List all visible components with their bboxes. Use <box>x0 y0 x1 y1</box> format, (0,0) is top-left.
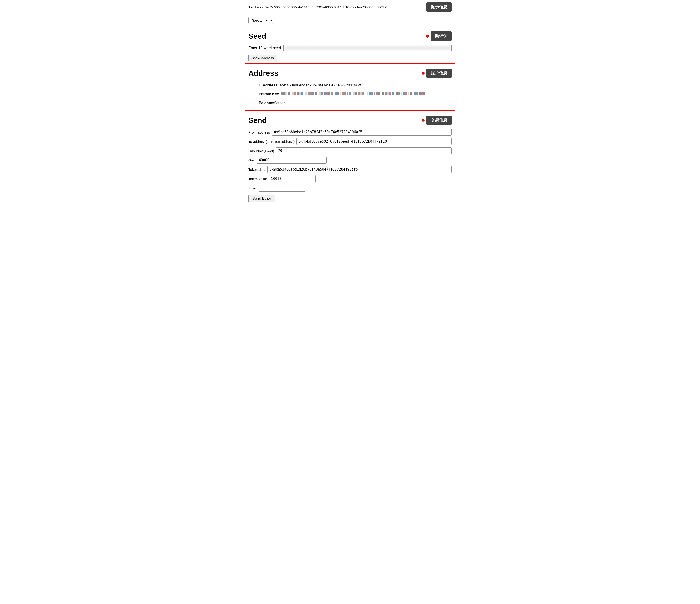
token-value-input[interactable] <box>269 175 316 182</box>
pk-pixel <box>353 92 355 95</box>
pk-pixel <box>331 92 332 95</box>
pk-pixel <box>367 92 368 95</box>
send-title: Send <box>248 116 267 125</box>
pk-pixel <box>371 92 373 95</box>
address-value: 0x9ca53a80ebd1d28b78f43a50e74e527284196a… <box>279 83 364 87</box>
send-red-dot <box>422 119 425 122</box>
gas-input[interactable] <box>257 157 327 163</box>
seed-section-header: Seed 助记词 <box>248 31 452 41</box>
tooltip-badge: 提示信息 <box>426 2 452 11</box>
balance-label: Balance: <box>259 101 274 105</box>
seed-input[interactable] <box>283 45 452 51</box>
seed-section: Seed 助记词 Enter 12-word seed Show Address <box>245 27 455 64</box>
pk-pixel <box>308 92 310 95</box>
send-section-header: Send 交易信息 <box>248 116 452 125</box>
pk-pixel <box>283 92 285 95</box>
seed-input-row: Enter 12-word seed <box>248 45 452 51</box>
token-data-input[interactable] <box>267 166 452 173</box>
pk-pixel <box>405 92 407 95</box>
pk-pixel <box>285 92 287 95</box>
pk-pixel <box>387 92 389 95</box>
pk-pixel <box>362 92 364 95</box>
pk-pixel <box>378 92 380 95</box>
pk-pixel <box>305 92 307 95</box>
from-address-row: From address <box>248 129 452 135</box>
pk-pixel <box>321 92 323 95</box>
pk-pixel <box>335 92 337 95</box>
balance-line: Balance:0ether <box>259 99 452 107</box>
balance-value: 0ether <box>274 101 285 105</box>
pk-pixel <box>312 92 314 95</box>
token-value-label: Token value <box>248 177 267 181</box>
seed-title: Seed <box>248 32 266 41</box>
to-address-label: To address(or Token address) <box>248 140 295 144</box>
pk-pixel <box>419 92 421 95</box>
pk-pixel <box>396 92 398 95</box>
token-data-row: Token data <box>248 166 452 173</box>
address-section-header: Address 账户信息 <box>248 69 452 78</box>
pk-pixel <box>301 92 303 95</box>
to-address-row: To address(or Token address) <box>248 138 452 145</box>
address-red-dot <box>422 72 425 75</box>
network-row: Ropsten ▾ <box>245 14 455 27</box>
from-address-input[interactable] <box>272 129 452 135</box>
pk-pixel <box>374 92 375 95</box>
address-item: 1. Address:0x9ca53a80ebd1d28b78f43a50e74… <box>253 81 452 107</box>
gas-price-row: Gas Price(Gwei) <box>248 147 452 154</box>
pk-pixel <box>281 92 283 95</box>
pk-pixel <box>417 92 418 95</box>
pk-pixel <box>401 92 402 95</box>
from-address-label: From address <box>248 130 270 134</box>
txn-hash: Txn hash: 0xc2c906fd6606388cda1918a0c590… <box>248 5 424 9</box>
seed-input-label: Enter 12-word seed <box>248 46 281 50</box>
send-badge: 交易信息 <box>426 116 452 125</box>
pk-pixel <box>376 92 378 95</box>
address-number-line: 1. Address:0x9ca53a80ebd1d28b78f43a50e74… <box>259 81 452 89</box>
gas-price-input[interactable] <box>276 147 452 154</box>
pk-pixel <box>382 92 384 95</box>
pk-pixel <box>410 92 412 95</box>
private-key-line: Private Key. <box>259 91 452 98</box>
token-data-label: Token data <box>248 168 266 172</box>
ether-input[interactable] <box>259 184 305 192</box>
pk-pixel <box>390 92 391 95</box>
pk-pixel <box>398 92 400 95</box>
send-section: Send 交易信息 From address To address(or Tok… <box>245 111 455 205</box>
network-select[interactable]: Ropsten ▾ <box>248 17 273 24</box>
ether-label: Ether <box>248 186 257 190</box>
address-badge: 账户信息 <box>426 69 452 78</box>
pk-pixel <box>414 92 416 95</box>
pk-pixel <box>423 92 425 95</box>
pk-pixel <box>319 92 321 95</box>
send-ether-button[interactable]: Send Ether <box>248 195 275 202</box>
address-title: Address <box>248 69 278 78</box>
send-form: From address To address(or Token address… <box>248 129 452 202</box>
pk-pixel <box>310 92 312 95</box>
pk-pixel <box>355 92 357 95</box>
pk-pixel <box>421 92 423 95</box>
pk-pixel <box>407 92 409 95</box>
pk-pixel <box>315 92 317 95</box>
pk-pixel <box>385 92 386 95</box>
gas-price-label: Gas Price(Gwei) <box>248 149 274 153</box>
pk-pixel <box>337 92 339 95</box>
seed-badge-wrapper: 助记词 <box>426 31 452 41</box>
pk-pixel <box>392 92 394 95</box>
show-address-button[interactable]: Show Address <box>248 55 277 61</box>
seed-badge: 助记词 <box>431 31 452 41</box>
pk-pixel <box>349 92 351 95</box>
gas-label: Gas <box>248 158 255 162</box>
pk-pixel <box>340 92 341 95</box>
address-badge-wrapper: 账户信息 <box>422 69 452 78</box>
send-badge-wrapper: 交易信息 <box>422 116 452 125</box>
address-number: 1. <box>259 83 262 87</box>
txn-bar: Txn hash: 0xc2c906fd6606388cda1918a0c590… <box>245 0 455 14</box>
address-label: Address: <box>262 83 279 87</box>
pk-pixel <box>292 92 294 95</box>
address-section: Address 账户信息 1. Address:0x9ca53a80ebd1d2… <box>245 64 455 111</box>
pk-pixel <box>299 92 301 95</box>
to-address-input[interactable] <box>296 138 452 145</box>
pk-pixel <box>288 92 290 95</box>
token-value-row: Token value <box>248 175 452 182</box>
private-key-visual <box>281 92 425 95</box>
